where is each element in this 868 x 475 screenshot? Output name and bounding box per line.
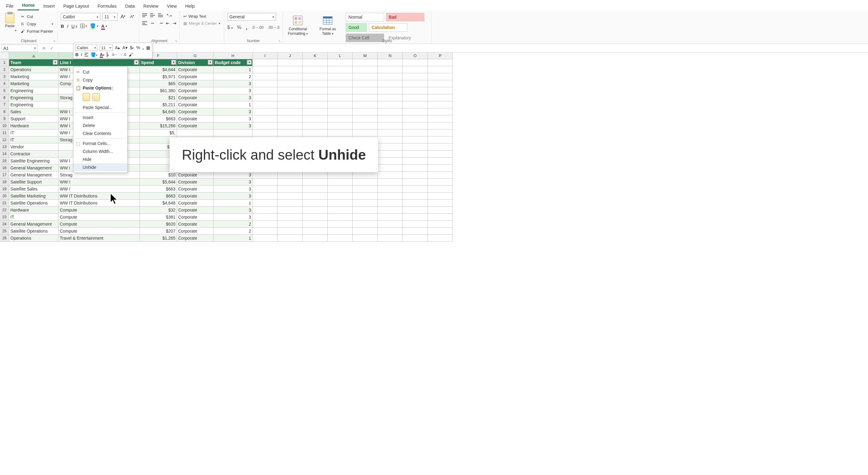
cell[interactable] [428, 214, 453, 221]
cell[interactable]: Corporate [177, 115, 214, 122]
cell[interactable] [303, 80, 328, 87]
cell[interactable] [428, 157, 453, 165]
cell[interactable] [278, 94, 303, 101]
cell[interactable]: Corporate [177, 66, 214, 73]
cell[interactable] [403, 172, 428, 179]
cell[interactable] [353, 186, 378, 192]
cell[interactable]: $207 [140, 228, 177, 235]
row-header-17[interactable]: 17 [0, 172, 9, 179]
cell[interactable] [328, 214, 353, 221]
cell[interactable] [328, 66, 353, 73]
filter-button[interactable]: ▾ [53, 60, 58, 65]
col-header-I[interactable]: I [253, 53, 278, 59]
bold-button[interactable]: B [61, 24, 64, 29]
dialog-launcher-icon[interactable]: ⤡ [175, 39, 179, 43]
mini-decrease-font-icon[interactable]: A▾ [122, 45, 127, 50]
cell[interactable] [303, 192, 328, 200]
cell[interactable]: Travel & Entertainment [59, 235, 140, 242]
cell[interactable] [328, 115, 353, 122]
mini-cond-format-icon[interactable]: ▦ [146, 45, 150, 50]
cell[interactable] [278, 73, 303, 80]
decrease-indent-button[interactable]: ⇤ [166, 21, 169, 26]
cell[interactable] [353, 122, 378, 129]
ctx-insert[interactable]: Insert [73, 114, 127, 121]
cell[interactable]: 2 [214, 221, 253, 228]
conditional-formatting-button[interactable]: ConditionalFormatting ▾ [286, 15, 310, 36]
font-name-select[interactable]: Calibri▾ [61, 13, 100, 21]
row-header-14[interactable]: 14 [0, 150, 9, 157]
cell[interactable] [353, 66, 378, 73]
cell[interactable]: Satellite Support [9, 179, 59, 186]
cell[interactable]: 3 [214, 186, 253, 192]
mini-increase-font-icon[interactable]: A▴ [115, 45, 120, 50]
row-header-3[interactable]: 3 [0, 73, 9, 80]
cell[interactable] [253, 94, 278, 101]
header-cell-A[interactable]: Team▾ [9, 59, 59, 66]
cell[interactable] [428, 150, 453, 157]
cell[interactable]: Engineering [9, 101, 59, 108]
cell[interactable] [378, 186, 403, 192]
orientation-button[interactable]: ⭦▾ [166, 13, 172, 18]
menu-insert[interactable]: Insert [39, 2, 59, 10]
cell[interactable] [278, 172, 303, 179]
cell[interactable]: $21 [140, 94, 177, 101]
cell[interactable]: 2 [214, 228, 253, 235]
name-box[interactable]: A1▾ [1, 44, 38, 52]
cell[interactable] [253, 207, 278, 214]
cell[interactable] [303, 94, 328, 101]
cell[interactable] [428, 228, 453, 235]
cell[interactable]: Satellite Marketing [9, 192, 59, 200]
increase-font-icon[interactable]: A▴ [119, 14, 127, 20]
cell[interactable] [403, 192, 428, 200]
cell[interactable]: $663 [140, 186, 177, 192]
cell[interactable]: Contractor [9, 150, 59, 157]
cell[interactable] [353, 108, 378, 115]
cell[interactable] [278, 207, 303, 214]
cell[interactable] [303, 228, 328, 235]
style-normal[interactable]: Normal [346, 13, 384, 21]
row-header-23[interactable]: 23 [0, 214, 9, 221]
cell[interactable]: $4,644 [140, 66, 177, 73]
cell[interactable]: $663 [140, 115, 177, 122]
cell[interactable] [328, 228, 353, 235]
cell[interactable] [378, 150, 403, 157]
row-header-7[interactable]: 7 [0, 101, 9, 108]
cell[interactable]: $15,266 [140, 122, 177, 129]
cell[interactable] [303, 172, 328, 179]
row-header-2[interactable]: 2 [0, 66, 9, 73]
cell[interactable]: $4,645 [140, 108, 177, 115]
cell[interactable]: Corporate [177, 200, 214, 207]
cell[interactable] [403, 101, 428, 108]
cell[interactable]: 3 [214, 87, 253, 94]
cell[interactable] [378, 87, 403, 94]
cell[interactable]: $663 [140, 192, 177, 200]
cell[interactable]: Support [9, 115, 59, 122]
header-cell-N[interactable] [378, 59, 403, 66]
ctx-paste-values[interactable] [92, 93, 100, 101]
cell[interactable] [253, 108, 278, 115]
row-header-1[interactable]: 1 [0, 59, 9, 66]
cell[interactable]: Compute [59, 221, 140, 228]
cell[interactable] [303, 200, 328, 207]
cell[interactable]: IT [9, 137, 59, 144]
menu-review[interactable]: Review [139, 2, 163, 10]
ctx-paste-special[interactable]: Paste Special... [73, 103, 127, 112]
cell[interactable] [253, 80, 278, 87]
mini-borders-button[interactable]: ▾ [107, 52, 109, 57]
cell[interactable]: WW I [59, 179, 140, 186]
cell[interactable] [278, 186, 303, 192]
cell[interactable]: Marketing [9, 73, 59, 80]
cell[interactable] [353, 115, 378, 122]
cell[interactable]: Corporate [177, 186, 214, 192]
cell[interactable]: $32 [140, 207, 177, 214]
cell[interactable] [328, 80, 353, 87]
row-header-4[interactable]: 4 [0, 80, 9, 87]
cell[interactable]: Vendor [9, 144, 59, 150]
cell[interactable]: Corporate [177, 87, 214, 94]
row-header-25[interactable]: 25 [0, 228, 9, 235]
cell[interactable]: 1 [214, 101, 253, 108]
cell[interactable] [303, 179, 328, 186]
col-header-M[interactable]: M [353, 53, 378, 59]
header-cell-L[interactable] [328, 59, 353, 66]
cell[interactable] [403, 108, 428, 115]
